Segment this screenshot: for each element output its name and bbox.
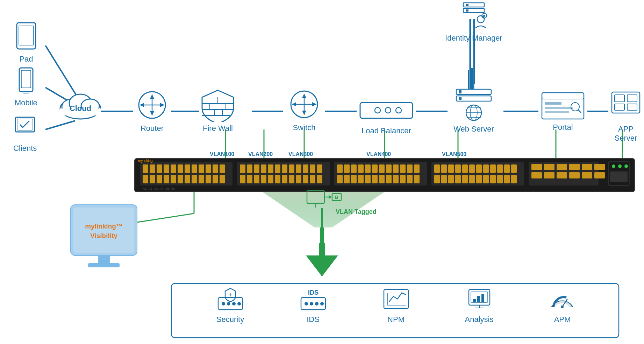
svg-rect-114 [441,175,447,183]
svg-rect-50 [206,175,211,183]
svg-rect-98 [400,175,406,183]
svg-rect-78 [344,164,350,173]
svg-text:A1: A1 [143,187,146,190]
svg-rect-71 [282,175,287,183]
svg-point-244 [222,302,225,306]
appserver-node: APP Server [608,89,643,143]
svg-text:Visibility: Visibility [90,232,117,239]
svg-rect-233 [615,95,624,102]
analysis-icon [465,288,493,312]
svg-marker-211 [312,102,316,106]
svg-rect-242 [88,263,120,267]
svg-rect-227 [545,102,561,105]
svg-rect-43 [157,175,162,183]
svg-rect-48 [192,175,197,183]
portal-node: Portal [538,89,587,132]
svg-rect-122 [497,175,503,183]
svg-rect-39 [213,164,218,173]
svg-rect-132 [544,172,554,178]
analysis-tool: Analysis [465,288,494,324]
svg-point-250 [305,302,308,306]
svg-text:B: B [335,195,338,200]
router-icon [133,90,171,122]
svg-rect-260 [473,299,476,302]
svg-rect-74 [303,175,308,183]
svg-rect-68 [261,175,266,183]
cloud-icon: Cloud [56,86,105,121]
svg-rect-219 [459,97,461,100]
svg-rect-241 [98,255,110,263]
svg-rect-127 [557,164,567,170]
svg-rect-124 [511,175,517,183]
svg-rect-57 [268,164,273,173]
svg-rect-112 [511,164,517,173]
svg-rect-56 [261,164,266,173]
svg-rect-100 [414,175,420,183]
svg-rect-96 [386,175,392,183]
svg-rect-49 [199,175,204,183]
svg-rect-236 [627,104,637,110]
svg-rect-38 [206,164,211,173]
vlan400-label: VLAN400 [366,151,391,157]
svg-rect-88 [414,164,420,173]
identity-manager-icon [456,0,491,31]
svg-rect-55 [254,164,259,173]
appserver-icon [608,89,643,122]
svg-rect-123 [504,175,510,183]
svg-rect-33 [171,164,176,173]
svg-rect-81 [365,164,371,173]
svg-rect-115 [448,175,454,183]
svg-rect-60 [289,164,294,173]
svg-rect-40 [220,164,225,173]
svg-rect-41 [143,175,148,183]
svg-point-245 [227,302,230,306]
svg-marker-194 [150,111,154,115]
svg-rect-91 [351,175,357,183]
svg-rect-238 [73,208,134,253]
svg-rect-212 [360,103,413,118]
svg-rect-61 [296,164,301,173]
pad-node: Pad [14,21,38,64]
svg-line-9 [45,121,75,129]
svg-rect-58 [275,164,280,173]
svg-point-215 [396,107,401,113]
svg-rect-90 [344,175,350,183]
svg-rect-94 [372,175,378,183]
portal-icon [538,89,587,121]
svg-text:mylinking™: mylinking™ [85,223,123,230]
svg-text:A6: A6 [171,187,174,190]
svg-rect-262 [481,294,484,302]
firewall-icon [195,87,241,122]
svg-text:✛: ✛ [229,293,232,297]
svg-rect-30 [150,164,155,173]
svg-rect-180 [21,70,31,88]
mylinking-monitor: mylinking™ Visibility [67,201,141,276]
svg-rect-130 [594,164,605,170]
svg-rect-128 [569,164,580,170]
svg-marker-195 [140,103,144,107]
switch-icon [283,90,325,121]
svg-point-138 [612,164,615,168]
svg-rect-84 [386,164,392,173]
svg-rect-131 [531,172,542,178]
svg-rect-103 [448,164,454,173]
svg-text:A5: A5 [165,187,169,190]
svg-rect-37 [199,164,204,173]
svg-rect-86 [400,164,406,173]
svg-rect-77 [337,164,343,173]
svg-rect-120 [483,175,489,183]
svg-text:A3: A3 [154,187,158,190]
pad-icon [14,21,38,52]
svg-rect-85 [393,164,399,173]
svg-rect-109 [490,164,496,173]
svg-point-139 [618,164,622,168]
svg-rect-113 [434,175,440,183]
svg-marker-193 [150,94,154,99]
svg-rect-99 [407,175,413,183]
svg-rect-83 [379,164,385,173]
vlan200-label: VLAN200 [248,151,273,157]
svg-rect-32 [164,164,169,173]
svg-rect-72 [289,175,294,183]
svg-rect-54 [247,164,252,173]
svg-point-213 [375,107,380,113]
